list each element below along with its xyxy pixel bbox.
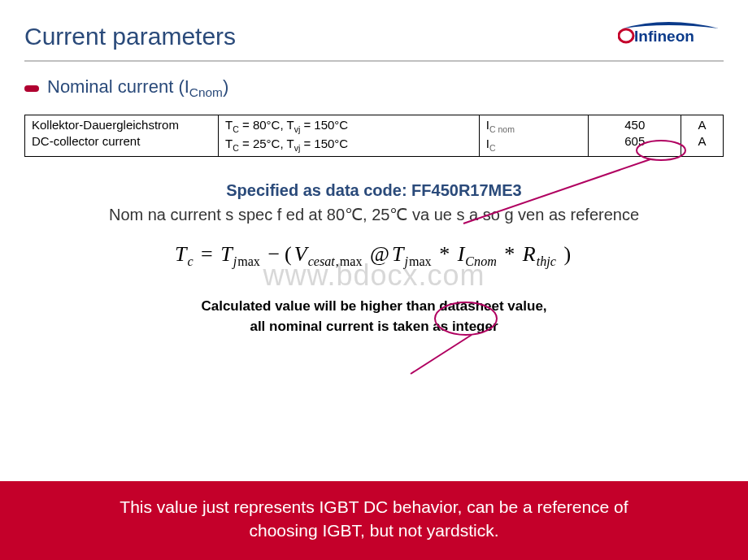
bullet-label-post: )	[223, 76, 228, 97]
bullet-label-sub: Cnom	[189, 85, 223, 99]
cell-conditions: TC = 80°C, Tvj = 150°C TC = 25°C, Tvj = …	[219, 115, 480, 156]
footer-line-1: This value just represents IGBT DC behav…	[120, 497, 628, 516]
value-605: 605	[624, 134, 645, 148]
calc-note: Calculated value will be higher than dat…	[24, 297, 724, 336]
spec-line: Specified as data code: FF450R17ME3	[24, 181, 724, 200]
cell-parameter: Kollektor-Dauergleichstrom DC-collector …	[25, 115, 219, 156]
svg-point-0	[619, 29, 633, 42]
brand-text: Infineon	[634, 28, 694, 45]
bullet-label: Nominal current (ICnom)	[47, 76, 228, 100]
param-en: DC-collector current	[32, 134, 140, 148]
svg-line-4	[411, 335, 472, 374]
bullet-nominal-current: Nominal current (ICnom)	[24, 76, 724, 100]
formula: Tc = Tjmax −(Vcesat,max @Tjmax * ICnom *…	[24, 242, 724, 269]
datasheet-table: Kollektor-Dauergleichstrom DC-collector …	[24, 115, 724, 156]
cell-symbol: IC nom IC	[479, 115, 589, 156]
calc-note-l2: all nominal current is taken as integer	[250, 319, 498, 334]
cell-unit: A A	[681, 115, 724, 156]
cell-value: 450 605	[589, 115, 681, 156]
bullet-icon	[24, 85, 39, 92]
footer-line-2: choosing IGBT, but not yardstick.	[250, 521, 499, 540]
param-de: Kollektor-Dauergleichstrom	[32, 118, 179, 132]
table-row: Kollektor-Dauergleichstrom DC-collector …	[25, 115, 724, 156]
value-450: 450	[624, 118, 645, 132]
infineon-logo: Infineon	[618, 20, 724, 51]
calc-note-l1: Calculated value will be higher than dat…	[201, 298, 546, 314]
footer-banner: This value just represents IGBT DC behav…	[0, 481, 748, 560]
note-line: Nom na current s spec f ed at 80℃, 25℃ v…	[24, 205, 724, 224]
bullet-label-pre: Nominal current (I	[47, 76, 189, 97]
